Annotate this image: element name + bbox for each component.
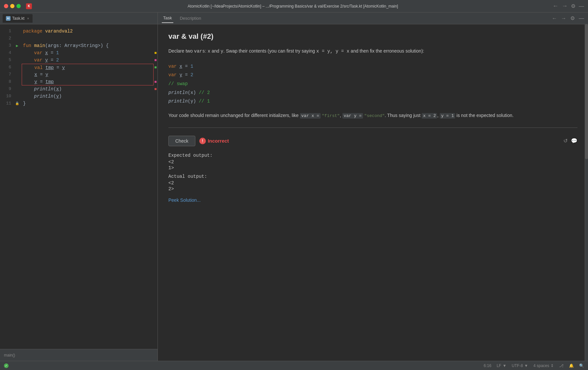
code-line-9: println(x) bbox=[23, 85, 154, 93]
code-line-11: } bbox=[23, 100, 154, 107]
encoding-status[interactable]: UTF-8 ▼ bbox=[512, 363, 528, 368]
tab-close-icon[interactable]: × bbox=[27, 16, 29, 20]
code-ex-line-4: println(x) // 2 bbox=[168, 88, 577, 97]
status-check-item: ✓ bbox=[4, 363, 9, 368]
minimize-task-icon[interactable]: — bbox=[579, 15, 584, 21]
gutter-4 bbox=[14, 49, 20, 57]
editor-tab-task[interactable]: kt Task.kt × bbox=[3, 14, 33, 23]
actual-output-line-2: 2> bbox=[168, 186, 577, 192]
git-icon: ⎇ bbox=[559, 363, 564, 368]
code-ex-line-3: // swap bbox=[168, 80, 577, 88]
lf-label: LF bbox=[497, 363, 501, 368]
expected-output-label: Expected output: bbox=[168, 153, 577, 158]
code-line-4: var x = 1 bbox=[23, 49, 154, 57]
marker-11 bbox=[154, 100, 158, 107]
scrollbar-track[interactable] bbox=[585, 24, 588, 361]
status-ok-icon: ✓ bbox=[4, 363, 9, 368]
search-everywhere-icon[interactable]: 🔍 bbox=[579, 363, 584, 368]
gutter: ▶ 🔒 bbox=[14, 24, 20, 349]
editor-tab-label: Task.kt bbox=[12, 16, 24, 21]
check-row: Check ! Incorrect ↺ 💬 bbox=[168, 136, 577, 146]
notifications-icon[interactable]: 🔔 bbox=[569, 363, 574, 368]
gutter-2 bbox=[14, 35, 20, 42]
statusbar: ✓ 6:16 LF ▼ UTF-8 ▼ 4 spaces ⇕ ⎇ 🔔 🔍 bbox=[0, 361, 588, 370]
marker-8 bbox=[154, 78, 158, 85]
editor-panel: kt Task.kt × 1 2 3 4 5 6 7 8 9 10 11 bbox=[0, 12, 158, 361]
main-content: kt Task.kt × 1 2 3 4 5 6 7 8 9 10 11 bbox=[0, 12, 588, 361]
close-button[interactable] bbox=[4, 4, 8, 8]
tab-description[interactable]: Description bbox=[179, 14, 203, 23]
tab-actions: ← → ⚙ — bbox=[552, 15, 584, 21]
incorrect-badge: ! Incorrect bbox=[199, 138, 229, 144]
settings-icon[interactable]: ⚙ bbox=[571, 3, 576, 9]
marker-3 bbox=[154, 42, 158, 49]
code-ex-line-5: println(y) // 1 bbox=[168, 97, 577, 106]
right-tabs: Task Description ← → ⚙ — bbox=[158, 12, 588, 24]
code-line-5: var y = 2 bbox=[23, 57, 154, 64]
peek-solution-link[interactable]: Peek Solution... bbox=[168, 197, 201, 203]
right-markers bbox=[154, 24, 158, 349]
editor-scope-label: main() bbox=[4, 353, 15, 358]
check-button[interactable]: Check bbox=[168, 136, 195, 146]
gutter-6 bbox=[14, 64, 20, 71]
app-icon: K bbox=[26, 3, 32, 9]
marker-7 bbox=[154, 71, 158, 78]
nav-back-task-icon[interactable]: ← bbox=[552, 15, 557, 21]
bell-icon: 🔔 bbox=[569, 363, 574, 368]
code-line-7: x = y bbox=[22, 71, 154, 78]
line-separator-status[interactable]: LF ▼ bbox=[497, 363, 506, 368]
marker-4 bbox=[154, 49, 158, 57]
indent-status[interactable]: 4 spaces ⇕ bbox=[533, 363, 554, 368]
gutter-11[interactable]: 🔒 bbox=[14, 100, 20, 107]
code-example: var x = 1 var y = 2 // swap println(x) /… bbox=[168, 62, 577, 106]
code-line-1: package varandval2 bbox=[23, 28, 154, 35]
vcs-icon[interactable]: ⎇ bbox=[559, 363, 564, 368]
marker-1 bbox=[154, 28, 158, 35]
gutter-7 bbox=[14, 71, 20, 78]
lock-icon: 🔒 bbox=[15, 102, 19, 105]
scrollbar-thumb[interactable] bbox=[585, 24, 588, 159]
cursor-position[interactable]: 6:16 bbox=[484, 363, 491, 368]
position-label: 6:16 bbox=[484, 363, 491, 368]
comment-icon[interactable]: 💬 bbox=[571, 138, 577, 144]
window-controls bbox=[4, 4, 21, 8]
nav-forward-icon[interactable]: → bbox=[562, 3, 568, 10]
task-description-p2: Your code should remain unchanged for di… bbox=[168, 112, 577, 120]
maximize-button[interactable] bbox=[16, 4, 21, 8]
editor-body: 1 2 3 4 5 6 7 8 9 10 11 ▶ bbox=[0, 24, 158, 349]
editor-bottom: main() bbox=[0, 349, 158, 361]
line-numbers: 1 2 3 4 5 6 7 8 9 10 11 bbox=[0, 24, 14, 349]
right-panel: Task Description ← → ⚙ — var & val (#2) … bbox=[158, 12, 588, 361]
gutter-5 bbox=[14, 57, 20, 64]
expected-output-line-2: 1> bbox=[168, 165, 577, 171]
marker-6 bbox=[154, 64, 158, 71]
right-content: var & val (#2) Declare two vars: x and y… bbox=[158, 24, 588, 361]
marker-9 bbox=[154, 85, 158, 93]
gutter-10 bbox=[14, 93, 20, 100]
nav-back-icon[interactable]: ← bbox=[552, 3, 558, 10]
gutter-9 bbox=[14, 85, 20, 93]
section-divider bbox=[168, 127, 577, 128]
reset-icon[interactable]: ↺ bbox=[563, 138, 568, 144]
incorrect-icon: ! bbox=[199, 138, 206, 144]
marker-10 bbox=[154, 93, 158, 100]
gutter-3-run[interactable]: ▶ bbox=[14, 42, 20, 49]
code-editor[interactable]: package varandval2 fun main(args: Array<… bbox=[20, 24, 154, 349]
code-line-6: val tmp = y bbox=[22, 64, 154, 71]
tab-task[interactable]: Task bbox=[162, 13, 173, 23]
run-icon[interactable]: ▶ bbox=[16, 43, 18, 48]
incorrect-label: Incorrect bbox=[208, 138, 229, 144]
nav-forward-task-icon[interactable]: → bbox=[561, 15, 566, 21]
minimize-button[interactable] bbox=[10, 4, 14, 8]
indent-dropdown-icon: ⇕ bbox=[551, 363, 554, 368]
file-icon: kt bbox=[6, 16, 11, 21]
actual-output-line-1: <2 bbox=[168, 180, 577, 186]
code-line-8: y = tmp bbox=[22, 78, 154, 85]
code-line-3: fun main(args: Array<String>) { bbox=[23, 42, 154, 49]
menu-icon[interactable]: — bbox=[579, 3, 584, 9]
window-title: AtomicKotlin [~/IdeaProjects/AtomicKotli… bbox=[36, 4, 550, 9]
gutter-8 bbox=[14, 78, 20, 85]
marker-2 bbox=[154, 35, 158, 42]
settings-task-icon[interactable]: ⚙ bbox=[570, 15, 575, 21]
task-title: var & val (#2) bbox=[168, 32, 577, 41]
